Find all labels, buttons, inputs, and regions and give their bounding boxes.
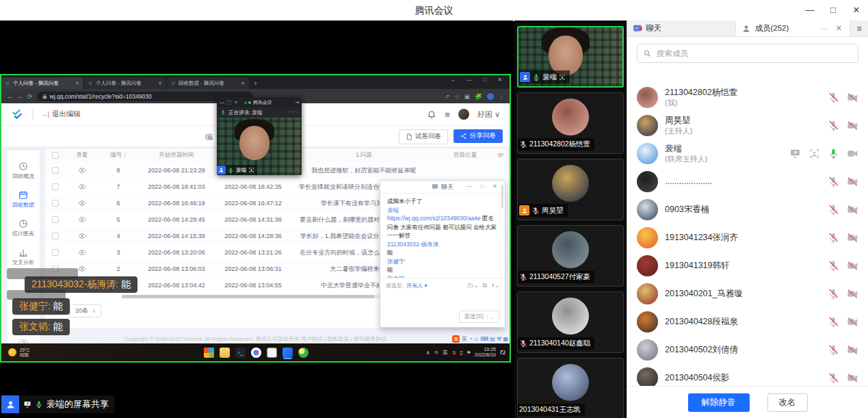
mic-muted-icon[interactable]	[828, 372, 839, 384]
tray-mic-icon[interactable]: ⌯	[434, 349, 438, 356]
tab-members[interactable]: 成员(252) ··· ✕	[735, 21, 850, 36]
tray-volume-icon[interactable]: 🕪	[467, 349, 471, 356]
row-checkbox[interactable]	[52, 233, 59, 239]
chat-link[interactable]: https://wj.qq.com/s2/10349030/aa4e	[387, 215, 481, 222]
eye-icon[interactable]	[78, 215, 86, 224]
weather-widget[interactable]: 29°C晴朗	[1, 348, 30, 358]
tray-ime-icon[interactable]: 英	[443, 349, 448, 356]
mini-menu-icon[interactable]: ≡	[235, 100, 237, 105]
try-survey-button[interactable]: 试答问卷	[399, 129, 448, 144]
video-thumbnail[interactable]: 裴端	[517, 26, 624, 88]
sidebar-icon[interactable]: ▣	[464, 93, 470, 100]
panel-more-button[interactable]: ···	[819, 25, 830, 33]
browser-menu-icon[interactable]: ⋮	[499, 93, 505, 100]
cam-off-icon[interactable]	[847, 204, 858, 215]
cam-off-icon[interactable]	[847, 288, 858, 300]
per-page-select[interactable]: 20条∨	[70, 304, 101, 317]
mini-minimize-icon[interactable]: —	[220, 100, 224, 105]
member-search[interactable]	[637, 44, 858, 63]
member-row[interactable]: 2013040502刘倩倩	[627, 336, 868, 364]
tencent-meeting-taskbar-icon[interactable]	[282, 348, 293, 358]
focus-icon[interactable]	[808, 148, 820, 159]
mini-restore-icon[interactable]: ▢	[227, 100, 232, 105]
mini-expand-icon[interactable]: ⇥	[295, 100, 299, 105]
member-row[interactable]: 0903宋香楠	[627, 196, 868, 224]
member-row[interactable]: 1913041234张润齐	[627, 224, 868, 252]
cam-off-icon[interactable]	[847, 92, 858, 103]
chat-member-icon[interactable]: 🯅⌄	[491, 282, 499, 289]
rename-button[interactable]: 改名	[767, 393, 808, 412]
eye-icon[interactable]	[78, 199, 86, 207]
row-checkbox[interactable]	[52, 167, 59, 174]
meeting-mini-window[interactable]: — ▢ ≡ ılı 腾讯会议 ⇥ 正在讲话: 裴端 ◠◠	[217, 97, 302, 175]
back-icon[interactable]: ←	[7, 93, 13, 100]
browser-tab[interactable]: 个人问卷 - 腾讯问卷✕	[1, 77, 84, 89]
video-thumbnail[interactable]: 2113040527付家豪	[517, 225, 624, 287]
row-checkbox[interactable]	[52, 200, 59, 207]
mic-muted-icon[interactable]	[828, 92, 839, 103]
send-to-select[interactable]: 所有人 ▾	[406, 282, 427, 289]
eye-icon[interactable]	[78, 166, 86, 174]
maximize-button[interactable]: □	[821, 0, 845, 21]
mic-muted-icon[interactable]	[828, 176, 839, 187]
user-avatar[interactable]	[458, 109, 469, 120]
tab-close-icon[interactable]: ✕	[158, 81, 162, 86]
chat-window-controls[interactable]: — □ ✕	[466, 183, 501, 190]
chat-scrollbar[interactable]	[501, 185, 503, 208]
screen-share-icon[interactable]	[789, 148, 801, 159]
wechat-icon[interactable]	[298, 348, 308, 358]
member-row[interactable]: 周昊堃 (主持人)	[627, 112, 868, 140]
chat-screenshot-icon[interactable]: ⧉	[483, 282, 487, 289]
notification-bell-icon[interactable]: 🗘	[500, 350, 505, 356]
cam-off-icon[interactable]	[847, 120, 858, 131]
tab-chat[interactable]: 聊天	[627, 21, 735, 36]
windows-start-icon[interactable]	[204, 348, 214, 358]
sort-number-header[interactable]: 编号 ↓	[98, 151, 138, 159]
cam-off-icon[interactable]	[847, 344, 858, 356]
chrome-icon[interactable]	[251, 348, 261, 358]
close-button[interactable]: ✕	[845, 0, 868, 21]
panel-menu-button[interactable]: ≡	[850, 21, 868, 36]
menu-icon[interactable]: ≡	[445, 109, 450, 120]
tab-close-icon[interactable]: ✕	[75, 81, 79, 86]
app-icon[interactable]	[267, 348, 277, 358]
sogou-icon[interactable]: S	[452, 335, 460, 343]
bell-icon[interactable]	[427, 109, 436, 119]
extensions-icon[interactable]: 🧩	[475, 93, 482, 100]
unmute-button[interactable]: 解除静音	[688, 393, 750, 412]
cam-off-icon[interactable]	[847, 260, 858, 272]
cam-off-icon[interactable]	[847, 372, 858, 384]
share-survey-button[interactable]: 分享问卷	[453, 129, 503, 143]
bookmark-star-icon[interactable]: ☆	[454, 93, 460, 100]
video-thumbnail[interactable]: 2113042802杨恺萱	[517, 92, 624, 154]
browser-window-controls[interactable]: ⌄ — □ ✕	[451, 77, 507, 83]
chat-file-icon[interactable]: 🗀⌄	[467, 282, 479, 289]
row-checkbox[interactable]	[52, 216, 59, 223]
eye-icon[interactable]	[78, 183, 86, 191]
cam-off-icon[interactable]	[847, 232, 858, 244]
mic-muted-icon[interactable]	[828, 316, 839, 328]
sidebar-item-calendar[interactable]: 回收数据	[12, 190, 34, 209]
member-row[interactable]: 2113042802杨恺萱 (我)	[627, 83, 868, 112]
browser-profile-icon[interactable]	[487, 93, 494, 100]
member-row[interactable]: 1913041319韩轩	[627, 252, 868, 280]
forward-icon[interactable]: →	[17, 93, 23, 100]
tray-expand-icon[interactable]: ∧	[426, 350, 430, 356]
panel-close-button[interactable]: ✕	[834, 24, 844, 33]
sidebar-item-bars[interactable]: 交叉分析	[12, 248, 34, 266]
mic-muted-icon[interactable]	[828, 288, 839, 300]
send-button[interactable]: 发送(S)⌄	[459, 311, 499, 323]
chat-popup-window[interactable]: 聊天 — □ ✕ 成脚本小子了裴端https://wj.qq.com/s2/10…	[380, 180, 505, 328]
row-checkbox[interactable]	[52, 183, 59, 190]
browser-tab[interactable]: 回收数据 - 腾讯问卷✕	[167, 77, 250, 89]
taskbar-clock[interactable]: 19:25 2022/6/10	[475, 347, 496, 358]
video-thumbnail[interactable]: 2113040140赵鑫聪	[517, 291, 624, 353]
terminal-icon[interactable]: ›_	[235, 348, 246, 358]
eye-icon[interactable]	[78, 248, 86, 257]
member-row[interactable]: 2013040504侯影	[627, 364, 868, 387]
cam-off-icon[interactable]	[847, 176, 858, 187]
video-thumbnail[interactable]: 周昊堃	[517, 159, 624, 220]
member-row[interactable]: 裴端 (联席主持人)	[627, 140, 868, 168]
member-row[interactable]: 2013040201_马雅璇	[627, 280, 868, 308]
sidebar-item-doc[interactable]: 回收概况	[12, 161, 34, 180]
